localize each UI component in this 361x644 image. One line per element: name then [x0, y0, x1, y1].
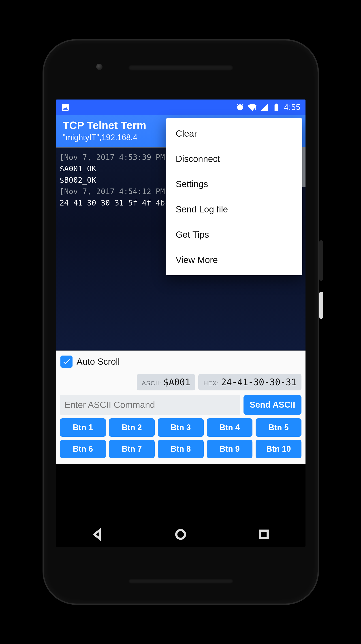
svg-point-0	[176, 530, 185, 539]
image-icon	[61, 103, 70, 112]
battery-icon	[272, 103, 281, 112]
hex-chip-label: HEX:	[203, 380, 219, 387]
cell-signal-icon	[260, 103, 269, 112]
android-nav-bar	[56, 522, 305, 547]
power-button	[319, 292, 323, 319]
ascii-chip-label: ASCII:	[142, 380, 161, 387]
check-icon	[62, 357, 71, 366]
wifi-alert-icon	[248, 103, 257, 112]
screen: 4:55 TCP Telnet Term "mightyIT",192.168.…	[56, 100, 305, 547]
menu-item-clear[interactable]: Clear	[166, 121, 302, 146]
nav-back-icon[interactable]	[91, 528, 104, 541]
front-camera	[96, 64, 103, 70]
quick-button-1[interactable]: Btn 1	[60, 418, 106, 437]
volume-button	[319, 240, 323, 281]
control-panel: Auto Scroll ASCII: $A001 HEX: 24-41-30-3…	[56, 350, 305, 464]
command-row: Send ASCII	[60, 395, 301, 415]
command-input[interactable]	[60, 395, 240, 415]
preview-chips: ASCII: $A001 HEX: 24-41-30-30-31	[60, 374, 301, 390]
quick-button-9[interactable]: Btn 9	[207, 440, 253, 458]
quick-button-6[interactable]: Btn 6	[60, 440, 106, 458]
hex-chip[interactable]: HEX: 24-41-30-30-31	[198, 374, 301, 390]
autoscroll-checkbox[interactable]	[61, 356, 73, 368]
nav-recent-icon[interactable]	[257, 528, 270, 541]
quick-button-grid: Btn 1Btn 2Btn 3Btn 4Btn 5Btn 6Btn 7Btn 8…	[60, 418, 301, 458]
hex-chip-value: 24-41-30-30-31	[221, 377, 296, 387]
ascii-chip[interactable]: ASCII: $A001	[137, 374, 195, 390]
quick-button-7[interactable]: Btn 7	[109, 440, 155, 458]
menu-item-view-more[interactable]: View More	[166, 247, 302, 272]
quick-button-2[interactable]: Btn 2	[109, 418, 155, 437]
earpiece	[128, 65, 233, 71]
svg-rect-1	[260, 531, 268, 538]
autoscroll-row[interactable]: Auto Scroll	[59, 354, 302, 372]
quick-button-5[interactable]: Btn 5	[256, 418, 301, 437]
status-bar: 4:55	[56, 100, 305, 115]
alarm-icon	[236, 103, 245, 112]
phone-frame: 4:55 TCP Telnet Term "mightyIT",192.168.…	[43, 39, 319, 605]
menu-item-send-log-file[interactable]: Send Log file	[166, 197, 302, 222]
quick-button-4[interactable]: Btn 4	[207, 418, 253, 437]
overflow-menu: ClearDisconnectSettingsSend Log fileGet …	[166, 118, 302, 275]
quick-button-8[interactable]: Btn 8	[158, 440, 204, 458]
quick-button-3[interactable]: Btn 3	[158, 418, 204, 437]
bottom-speaker	[128, 579, 233, 584]
menu-item-disconnect[interactable]: Disconnect	[166, 146, 302, 172]
nav-home-icon[interactable]	[174, 528, 187, 541]
quick-button-10[interactable]: Btn 10	[256, 440, 301, 458]
menu-item-get-tips[interactable]: Get Tips	[166, 222, 302, 247]
autoscroll-label: Auto Scroll	[77, 357, 120, 367]
status-clock: 4:55	[284, 103, 300, 112]
send-ascii-button[interactable]: Send ASCII	[243, 395, 301, 415]
menu-item-settings[interactable]: Settings	[166, 172, 302, 197]
ascii-chip-value: $A001	[163, 377, 190, 387]
scrollbar-thumb[interactable]	[302, 147, 305, 188]
